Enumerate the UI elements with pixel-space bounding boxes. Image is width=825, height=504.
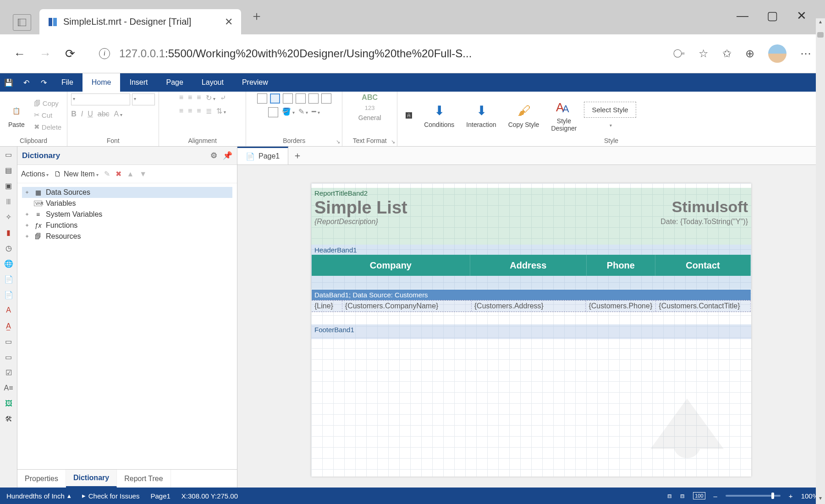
- tree-resources[interactable]: +🗐Resources: [22, 231, 232, 242]
- maximize-button[interactable]: ▢: [767, 9, 778, 23]
- tool-subreport-icon[interactable]: ▭: [3, 351, 15, 363]
- site-info-icon[interactable]: i: [99, 48, 110, 59]
- report-description[interactable]: {ReportDescription}: [312, 218, 660, 226]
- address-bar[interactable]: i 127.0.0.1:5500/Working%20with%20Design…: [89, 42, 660, 66]
- menu-layout[interactable]: Layout: [192, 73, 233, 92]
- data-band[interactable]: DataBand1; Data Source: Customers {Line}…: [311, 289, 751, 324]
- tool-cross-icon[interactable]: ▤: [3, 164, 15, 176]
- header-band[interactable]: HeaderBand1 Company Address Phone Contac…: [311, 245, 751, 289]
- col-address[interactable]: Address: [470, 255, 587, 276]
- dictionary-pin-icon[interactable]: 📌: [223, 151, 232, 160]
- col-company[interactable]: Company: [312, 255, 470, 276]
- view-center-icon[interactable]: ⧈: [680, 492, 685, 500]
- report-title-band[interactable]: ReportTitleBand2 Simple List Stimulsoft …: [311, 188, 751, 245]
- tree-system-variables[interactable]: +≡System Variables: [22, 209, 232, 220]
- tool-clone-icon[interactable]: ▭: [3, 335, 15, 347]
- vertical-scrollbar[interactable]: ▴ ▾: [816, 18, 825, 504]
- reload-button[interactable]: ⟳: [65, 47, 75, 61]
- bold-button[interactable]: B: [71, 110, 77, 118]
- view-left-icon[interactable]: ⧈: [667, 492, 672, 500]
- border-style-button[interactable]: ━: [312, 107, 320, 117]
- zoom-out-icon[interactable]: ⧃: [673, 47, 685, 60]
- align-right-button[interactable]: ≡: [197, 107, 201, 115]
- close-icon[interactable]: ✕: [225, 16, 233, 28]
- text-style-button[interactable]: 🅰︎: [401, 105, 417, 126]
- col-contact[interactable]: Contact: [655, 255, 751, 276]
- tool-map-icon[interactable]: 🌐: [3, 257, 15, 269]
- close-window-button[interactable]: ✕: [797, 9, 807, 23]
- copy-button[interactable]: 🗐 Copy: [32, 99, 63, 108]
- scroll-up-icon[interactable]: ▴: [816, 18, 825, 27]
- line-spacing-button[interactable]: ⇅: [216, 107, 226, 115]
- move-up-button[interactable]: ▲: [127, 170, 134, 178]
- align-bottom-button[interactable]: ≡: [197, 93, 201, 102]
- interaction-button[interactable]: ⬇Interaction: [462, 101, 500, 130]
- borders-dialog-launcher[interactable]: ↘: [336, 139, 340, 145]
- border-all-button[interactable]: [257, 93, 267, 104]
- canvas-scroll[interactable]: ReportTitleBand2 Simple List Stimulsoft …: [237, 165, 825, 488]
- copy-style-button[interactable]: 🖌Copy Style: [504, 101, 544, 130]
- tree-data-sources[interactable]: +▦Data Sources: [22, 187, 232, 198]
- report-date[interactable]: Date: {Today.ToString("Y")}: [660, 218, 751, 226]
- textformat-dialog-launcher[interactable]: ↘: [391, 139, 395, 145]
- menu-preview[interactable]: Preview: [233, 73, 277, 92]
- more-icon[interactable]: ⋯: [800, 47, 811, 60]
- font-family-select[interactable]: [71, 93, 130, 105]
- report-brand[interactable]: Stimulsoft: [672, 198, 751, 218]
- favorite-icon[interactable]: ☆: [698, 47, 709, 60]
- strike-button[interactable]: abc: [98, 110, 110, 118]
- scroll-thumb[interactable]: [817, 32, 824, 38]
- report-title[interactable]: Simple List: [312, 198, 672, 218]
- tool-chart-icon[interactable]: ▮: [3, 226, 15, 238]
- style-dropdown[interactable]: [608, 121, 612, 129]
- tab-properties[interactable]: Properties: [17, 470, 66, 488]
- align-left-button[interactable]: ≡: [179, 107, 183, 115]
- delete-item-button[interactable]: ✖: [116, 170, 121, 178]
- border-left-button[interactable]: [283, 93, 293, 104]
- doc-tab-page1[interactable]: 📄 Page1: [237, 147, 288, 164]
- forward-button[interactable]: →: [39, 47, 51, 61]
- border-shadow-button[interactable]: [268, 107, 278, 117]
- tool-panel-icon[interactable]: A̲: [3, 320, 15, 332]
- tool-text-icon[interactable]: 📄: [3, 273, 15, 285]
- style-designer-button[interactable]: AAStyle Designer: [546, 97, 581, 134]
- menu-page[interactable]: Page: [157, 73, 192, 92]
- tool-shape-icon[interactable]: ✧: [3, 211, 15, 223]
- actions-dropdown[interactable]: Actions: [21, 170, 49, 178]
- tab-report-tree[interactable]: Report Tree: [117, 470, 170, 488]
- tool-band-icon[interactable]: ▭: [3, 148, 15, 160]
- border-top-button[interactable]: [296, 93, 306, 104]
- font-color-button[interactable]: A: [114, 110, 123, 118]
- scroll-down-icon[interactable]: ▾: [816, 495, 825, 504]
- conditions-button[interactable]: ⬇Conditions: [419, 101, 459, 130]
- dictionary-settings-icon[interactable]: ⚙: [210, 151, 217, 160]
- border-none-button[interactable]: [270, 93, 280, 104]
- zoom-out-button[interactable]: –: [714, 492, 717, 500]
- report-page[interactable]: ReportTitleBand2 Simple List Stimulsoft …: [311, 183, 751, 477]
- doc-tab-add[interactable]: ＋: [288, 147, 307, 164]
- edit-item-button[interactable]: ✎: [104, 170, 110, 178]
- footer-band[interactable]: FooterBand1: [311, 324, 751, 339]
- status-check[interactable]: ▸ Check for Issues: [82, 492, 140, 500]
- tool-checkbox-icon[interactable]: ☑: [3, 367, 15, 378]
- wrap-button[interactable]: ⤶: [220, 93, 226, 102]
- fill-color-button[interactable]: 🪣: [282, 107, 295, 117]
- menu-insert[interactable]: Insert: [120, 73, 157, 92]
- minimize-button[interactable]: —: [737, 9, 748, 23]
- status-page[interactable]: Page1: [150, 492, 170, 500]
- view-zoom100-icon[interactable]: 100: [693, 492, 705, 499]
- border-right-button[interactable]: [308, 93, 319, 104]
- zoom-slider[interactable]: [726, 495, 781, 497]
- browser-tab[interactable]: SimpleList.mrt - Designer [Trial] ✕: [39, 9, 241, 34]
- col-phone[interactable]: Phone: [587, 255, 655, 276]
- paste-button[interactable]: 📋 Paste: [4, 101, 29, 130]
- menu-home[interactable]: Home: [82, 73, 121, 92]
- redo-icon[interactable]: ↷: [35, 73, 52, 92]
- tab-dictionary[interactable]: Dictionary: [66, 470, 117, 488]
- tool-gauge-icon[interactable]: ◷: [3, 242, 15, 254]
- tool-barcode-icon[interactable]: |||: [3, 195, 15, 207]
- border-bottom-button[interactable]: [321, 93, 331, 104]
- tool-richtext-icon[interactable]: 📄: [3, 289, 15, 301]
- align-justify-button[interactable]: ≣: [206, 107, 212, 115]
- align-middle-button[interactable]: ≡: [188, 93, 192, 102]
